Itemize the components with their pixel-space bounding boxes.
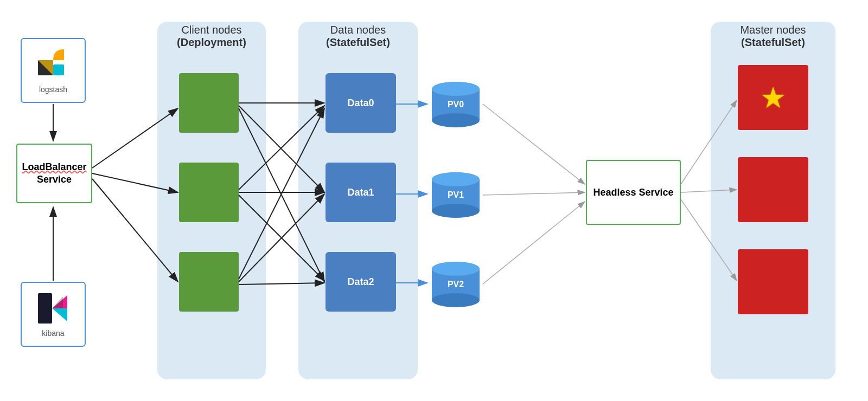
pv1-cylinder-icon: PV1 — [429, 171, 483, 219]
svg-text:PV0: PV0 — [448, 100, 464, 109]
svg-line-39 — [483, 104, 585, 184]
loadbalancer-label: LoadBalancer — [22, 161, 86, 172]
data-nodes-label: Data nodes (StatefulSet) — [298, 24, 418, 49]
headless-label: Headless Service — [593, 187, 673, 198]
master-nodes-label: Master nodes (StatefulSet) — [711, 24, 835, 49]
svg-line-40 — [483, 192, 585, 195]
client-node-1 — [179, 163, 239, 222]
pv2-container: PV2 — [429, 260, 483, 311]
svg-rect-2 — [38, 293, 52, 324]
svg-point-16 — [432, 262, 480, 276]
logstash-box: logstash — [21, 38, 86, 103]
data-node-1: Data1 — [326, 163, 396, 222]
pv2-cylinder-icon: PV2 — [429, 260, 483, 309]
svg-point-6 — [432, 82, 480, 96]
client-node-2 — [179, 252, 239, 312]
svg-point-15 — [432, 293, 480, 307]
pv0-cylinder-icon: PV0 — [429, 80, 483, 129]
master-node-1 — [738, 157, 808, 222]
svg-point-10 — [432, 204, 480, 218]
pv0-container: PV0 — [429, 80, 483, 131]
master-node-2 — [738, 249, 808, 314]
star-icon: ★ — [760, 81, 786, 115]
logstash-logo-icon — [36, 47, 71, 82]
data-node-0: Data0 — [326, 73, 396, 133]
headless-service-box: Headless Service — [586, 160, 681, 225]
service-label: Service — [37, 174, 72, 185]
kibana-box: kibana — [21, 282, 86, 347]
logstash-label: logstash — [39, 85, 67, 94]
svg-point-5 — [432, 113, 480, 127]
kibana-label: kibana — [42, 329, 64, 338]
loadbalancer-service-box: LoadBalancer Service — [16, 144, 92, 203]
svg-point-11 — [432, 172, 480, 186]
diagram-container: Client nodes (Deployment) Data nodes (St… — [0, 0, 868, 401]
data-node-2: Data2 — [326, 252, 396, 312]
svg-text:PV2: PV2 — [448, 280, 464, 289]
pv1-container: PV1 — [429, 171, 483, 222]
client-nodes-label: Client nodes (Deployment) — [157, 24, 266, 49]
master-node-0: ★ — [738, 65, 808, 130]
svg-rect-1 — [53, 64, 64, 75]
svg-line-41 — [483, 202, 585, 284]
kibana-logo-icon — [36, 291, 71, 326]
svg-text:PV1: PV1 — [448, 190, 464, 199]
client-node-0 — [179, 73, 239, 133]
